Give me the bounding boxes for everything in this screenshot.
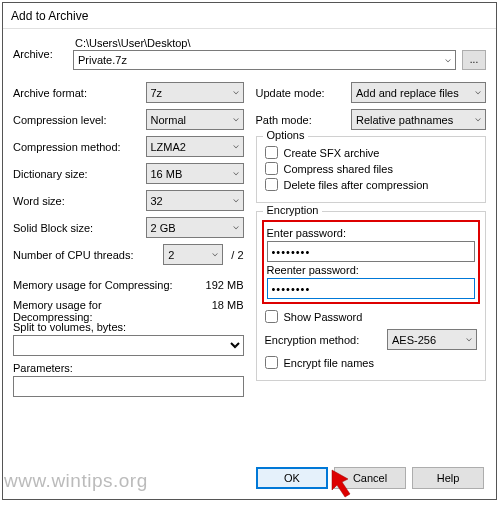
encryption-title: Encryption (263, 204, 323, 216)
encryption-group: Encryption Enter password: Reenter passw… (256, 211, 487, 381)
update-select[interactable]: Add and replace files (351, 82, 486, 103)
sfx-label: Create SFX archive (284, 147, 380, 159)
archive-row: Archive: C:\Users\User\Desktop\ ... (13, 37, 486, 70)
archive-filename-input[interactable] (73, 50, 456, 70)
dict-select[interactable]: 16 MB (146, 163, 244, 184)
update-label: Update mode: (256, 87, 352, 99)
encrypt-names-checkbox[interactable] (265, 356, 278, 369)
format-select[interactable]: 7z (146, 82, 244, 103)
cancel-button[interactable]: Cancel (334, 467, 406, 489)
block-label: Solid Block size: (13, 222, 146, 234)
cpu-select[interactable]: 2 (163, 244, 223, 265)
level-label: Compression level: (13, 114, 146, 126)
enter-pw-label: Enter password: (267, 227, 476, 239)
param-label: Parameters: (13, 362, 244, 374)
format-label: Archive format: (13, 87, 146, 99)
sfx-checkbox[interactable] (265, 146, 278, 159)
mem-decomp-value: 18 MB (184, 299, 244, 315)
mem-comp-label: Memory usage for Compressing: (13, 279, 184, 295)
reenter-password-input[interactable] (267, 278, 476, 299)
dialog-window: Add to Archive Archive: C:\Users\User\De… (2, 2, 497, 500)
split-select[interactable] (13, 335, 244, 356)
shared-label: Compress shared files (284, 163, 393, 175)
dict-label: Dictionary size: (13, 168, 146, 180)
pathmode-label: Path mode: (256, 114, 352, 126)
options-group: Options Create SFX archive Compress shar… (256, 136, 487, 203)
mem-comp-value: 192 MB (184, 279, 244, 295)
archive-path-area: C:\Users\User\Desktop\ ... (73, 37, 486, 70)
window-title: Add to Archive (11, 9, 88, 23)
enc-method-select[interactable]: AES-256 (387, 329, 477, 350)
word-select[interactable]: 32 (146, 190, 244, 211)
pathmode-select[interactable]: Relative pathnames (351, 109, 486, 130)
dialog-content: Archive: C:\Users\User\Desktop\ ... Arch… (3, 29, 496, 499)
button-bar: OK Cancel Help (256, 467, 484, 489)
block-select[interactable]: 2 GB (146, 217, 244, 238)
browse-button[interactable]: ... (462, 50, 486, 70)
delete-checkbox[interactable] (265, 178, 278, 191)
mem-decomp-label: Memory usage for Decompressing: (13, 299, 184, 315)
show-pw-label: Show Password (284, 311, 363, 323)
split-label: Split to volumes, bytes: (13, 321, 244, 333)
help-button[interactable]: Help (412, 467, 484, 489)
encrypt-names-label: Encrypt file names (284, 357, 374, 369)
right-column: Update mode: Add and replace files Path … (256, 82, 487, 397)
left-column: Archive format: 7z Compression level: No… (13, 82, 244, 397)
archive-path: C:\Users\User\Desktop\ (73, 37, 486, 49)
reenter-pw-label: Reenter password: (267, 264, 476, 276)
enc-method-label: Encryption method: (265, 334, 388, 346)
word-label: Word size: (13, 195, 146, 207)
level-select[interactable]: Normal (146, 109, 244, 130)
cpu-label: Number of CPU threads: (13, 249, 163, 261)
delete-label: Delete files after compression (284, 179, 429, 191)
password-highlight: Enter password: Reenter password: (262, 220, 481, 304)
cpu-total: / 2 (231, 249, 243, 261)
options-title: Options (263, 129, 309, 141)
param-input[interactable] (13, 376, 244, 397)
method-select[interactable]: LZMA2 (146, 136, 244, 157)
show-pw-checkbox[interactable] (265, 310, 278, 323)
titlebar: Add to Archive (3, 3, 496, 29)
method-label: Compression method: (13, 141, 146, 153)
password-input[interactable] (267, 241, 476, 262)
ok-button[interactable]: OK (256, 467, 328, 489)
shared-checkbox[interactable] (265, 162, 278, 175)
archive-label: Archive: (13, 48, 73, 60)
